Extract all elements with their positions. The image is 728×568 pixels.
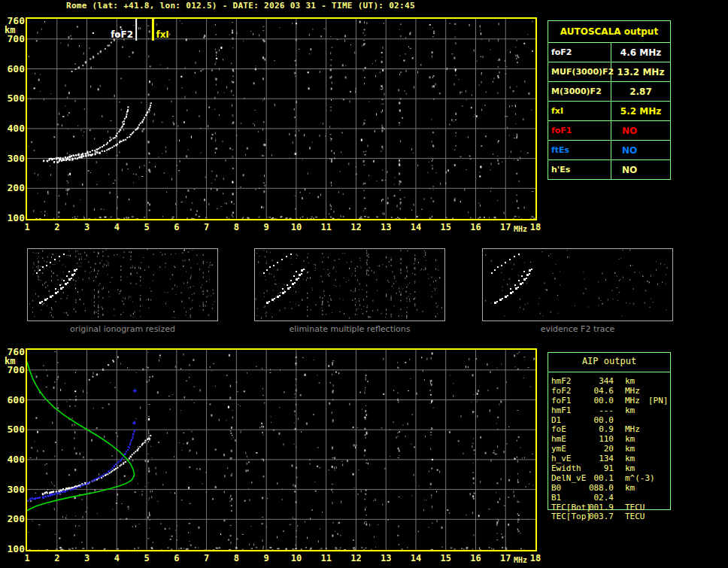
autoscala-row: h'EsNO xyxy=(548,160,670,179)
aip-row: ymE20km xyxy=(548,444,683,454)
aip-row-unit: km xyxy=(625,463,635,473)
aip-table-title: AIP output xyxy=(548,356,671,366)
autoscala-row-value: NO xyxy=(611,160,670,179)
aip-row-label: ymE xyxy=(551,444,566,454)
svg-text:5: 5 xyxy=(144,222,149,232)
svg-text:8: 8 xyxy=(234,553,239,563)
aip-row-unit: km xyxy=(625,483,635,493)
thumbnail-evidence-f2 xyxy=(482,248,673,321)
aip-row: TEC[Bot]001.9TECU xyxy=(548,503,683,512)
svg-text:600: 600 xyxy=(8,63,26,74)
aip-row: hmF1---km xyxy=(548,405,683,415)
autoscala-row: M(3000)F22.87 xyxy=(548,82,670,102)
thumbnail-evidence-canvas xyxy=(483,249,671,319)
svg-text:18: 18 xyxy=(530,553,541,563)
aip-row: foF100.0MHz[PN] xyxy=(548,396,683,405)
autoscala-row: foF1NO xyxy=(548,121,670,141)
thumbnail-original-ionogram xyxy=(27,248,218,321)
thumbnail-eliminate-reflections xyxy=(254,248,445,321)
aip-row: hmF2344km xyxy=(548,376,683,386)
aip-row: hmE110km xyxy=(548,434,683,444)
aip-row-label: D1 xyxy=(551,415,561,425)
autoscala-table-rows: foF24.6 MHzMUF(3000)F213.2 MHzM(3000)F22… xyxy=(548,43,670,179)
autoscala-row-label: foF1 xyxy=(548,121,611,140)
aip-row-unit: km xyxy=(625,376,635,386)
svg-text:13: 13 xyxy=(381,222,391,232)
svg-text:km: km xyxy=(5,25,15,35)
svg-text:9: 9 xyxy=(264,222,269,232)
svg-text:500: 500 xyxy=(8,93,26,104)
aip-row-value: 0.9 xyxy=(569,424,614,434)
svg-text:17: 17 xyxy=(500,553,511,563)
aip-row-note: [PN] xyxy=(648,396,669,405)
aip-row-unit: km xyxy=(625,405,635,415)
svg-text:10: 10 xyxy=(291,553,302,563)
autoscala-row: fxI5.2 MHz xyxy=(548,102,670,121)
autoscala-row-value: NO xyxy=(611,121,670,140)
aip-row-unit: TECU xyxy=(625,512,645,521)
svg-text:13: 13 xyxy=(381,553,391,563)
aip-row-value: 110 xyxy=(569,434,614,444)
aip-row-unit: MHz xyxy=(625,424,640,434)
svg-text:11: 11 xyxy=(320,222,331,232)
svg-text:10: 10 xyxy=(291,222,302,232)
aip-row-value: 00.0 xyxy=(569,396,614,405)
autoscala-row-label: MUF(3000)F2 xyxy=(548,62,611,81)
aip-row-unit: TECU xyxy=(625,503,645,512)
svg-text:300: 300 xyxy=(8,153,26,164)
autoscala-row-label: ftEs xyxy=(548,141,611,159)
svg-text:300: 300 xyxy=(8,484,26,495)
aip-row-unit: km xyxy=(625,454,635,463)
svg-text:500: 500 xyxy=(8,424,26,435)
autoscala-row-value: 4.6 MHz xyxy=(611,43,670,62)
autoscala-row-label: h'Es xyxy=(548,160,611,179)
svg-text:2: 2 xyxy=(54,553,59,563)
aip-row-label: hmE xyxy=(551,434,566,444)
svg-text:11: 11 xyxy=(320,553,331,563)
svg-text:4: 4 xyxy=(114,553,120,563)
aip-row-value: 04.6 xyxy=(569,386,614,396)
aip-row: B102.4 xyxy=(548,493,683,503)
svg-text:200: 200 xyxy=(8,182,26,193)
aip-row-value: 91 xyxy=(569,463,614,473)
svg-text:7: 7 xyxy=(204,222,209,232)
autoscala-row-value: 5.2 MHz xyxy=(611,102,670,120)
autoscala-row: MUF(3000)F213.2 MHz xyxy=(548,62,670,82)
top-ionogram-plot: foF2fxI760700600500400300200100km1234567… xyxy=(0,0,549,241)
autoscala-output-table: AUTOSCALA output foF24.6 MHzMUF(3000)F21… xyxy=(548,20,671,180)
aip-row-value: --- xyxy=(569,405,614,415)
svg-text:1: 1 xyxy=(24,222,29,232)
svg-text:8: 8 xyxy=(234,222,239,232)
aip-row: foE0.9MHz xyxy=(548,424,683,434)
aip-row-value: 003.7 xyxy=(569,512,614,521)
svg-text:12: 12 xyxy=(350,553,361,563)
aip-row-value: 001.9 xyxy=(569,503,614,512)
autoscala-row: foF24.6 MHz xyxy=(548,43,670,62)
aip-row: TEC[Top]003.7TECU xyxy=(548,512,683,521)
thumbnail-eliminate-canvas xyxy=(255,249,443,319)
aip-row: foF204.6MHz xyxy=(548,386,683,396)
aip-row-value: 00.0 xyxy=(569,415,614,425)
aip-row: D100.0 xyxy=(548,415,683,425)
svg-text:foF2: foF2 xyxy=(111,29,133,40)
svg-text:7: 7 xyxy=(204,553,209,563)
aip-row-label: foE xyxy=(551,424,566,434)
svg-text:200: 200 xyxy=(8,513,26,524)
svg-text:6: 6 xyxy=(174,553,179,563)
svg-text:9: 9 xyxy=(264,553,269,563)
svg-text:100: 100 xyxy=(8,212,26,223)
svg-text:3: 3 xyxy=(84,553,89,563)
aip-row: DelN_vE00.1m^(-3) xyxy=(548,473,683,483)
svg-text:6: 6 xyxy=(174,222,179,232)
svg-text:100: 100 xyxy=(8,543,26,554)
svg-text:15: 15 xyxy=(440,553,450,563)
svg-text:18: 18 xyxy=(530,222,541,232)
svg-text:4: 4 xyxy=(114,222,120,232)
svg-text:MHz: MHz xyxy=(514,556,527,564)
aip-table-divider xyxy=(548,372,671,372)
svg-text:1: 1 xyxy=(24,553,29,563)
thumbnail-original-canvas xyxy=(28,249,216,319)
aip-row-unit: km xyxy=(625,434,635,444)
svg-text:14: 14 xyxy=(411,222,421,232)
aip-row-value: 344 xyxy=(569,376,614,386)
